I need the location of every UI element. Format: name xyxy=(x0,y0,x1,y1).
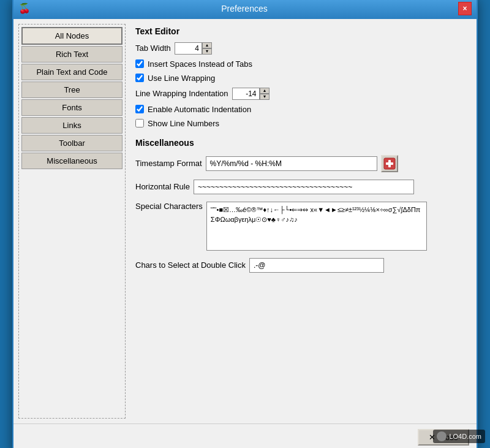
special-chars-box[interactable]: “”‘•■☒…‰é©®™♦↑↓←├└•⇐⇒⇔ x«▼◄►≤≥≠±¹²³½¼⅛×÷… xyxy=(206,202,427,251)
sidebar-item-plain-text[interactable]: Plain Text and Code xyxy=(21,64,123,80)
sidebar-item-rich-text[interactable]: Rich Text xyxy=(21,46,123,63)
timestamp-row: Timestamp Format xyxy=(135,155,467,172)
horizontal-rule-row: Horizontal Rule xyxy=(135,180,467,194)
horizontal-rule-label: Horizontal Rule xyxy=(135,182,190,191)
double-click-row: Chars to Select at Double Click xyxy=(135,258,467,273)
app-logo: 🍒 xyxy=(18,2,31,15)
horizontal-rule-input[interactable] xyxy=(194,180,414,194)
sidebar-item-miscellaneous[interactable]: Miscellaneous xyxy=(21,153,123,169)
show-line-numbers-checkbox[interactable] xyxy=(135,119,144,127)
line-wrap-spin-down[interactable]: ▾ xyxy=(260,94,270,100)
window-close-button[interactable]: × xyxy=(458,2,472,15)
footer: ✕ Close xyxy=(13,423,477,449)
sidebar-item-fonts[interactable]: Fonts xyxy=(21,99,123,116)
use-line-wrapping-row: Use Line Wrapping xyxy=(135,74,467,83)
timestamp-label: Timestamp Format xyxy=(135,159,202,168)
window-body: All Nodes Rich Text Plain Text and Code … xyxy=(13,19,477,423)
watermark-logo xyxy=(437,431,447,441)
window-title: Preferences xyxy=(31,4,458,13)
enable-auto-indent-checkbox[interactable] xyxy=(135,105,144,113)
tab-width-row: Tab Width ▴ ▾ xyxy=(135,42,467,55)
title-bar: 🍒 Preferences × xyxy=(13,0,477,19)
misc-title: Miscellaneous xyxy=(135,138,467,148)
line-wrap-spin-up[interactable]: ▴ xyxy=(260,88,270,94)
special-chars-label: Special Characters xyxy=(135,202,203,211)
tab-width-input[interactable] xyxy=(175,42,202,55)
line-wrap-indent-input[interactable] xyxy=(232,88,260,100)
watermark-text: LO4D.com xyxy=(449,433,481,440)
misc-section: Miscellaneous Timestamp Format Horizonta… xyxy=(135,138,467,273)
timestamp-help-button[interactable] xyxy=(381,155,398,172)
insert-spaces-row: Insert Spaces Instead of Tabs xyxy=(135,59,467,69)
show-line-numbers-row: Show Line Numbers xyxy=(135,119,467,128)
content-area: Text Editor Tab Width ▴ ▾ Insert Spaces … xyxy=(130,24,472,419)
preferences-window: 🍒 Preferences × All Nodes Rich Text Plai… xyxy=(12,0,478,448)
line-wrap-indent-spinner: ▴ ▾ xyxy=(232,88,270,100)
tab-width-spin-buttons: ▴ ▾ xyxy=(202,42,212,55)
double-click-input[interactable] xyxy=(249,258,384,273)
sidebar-item-all-nodes[interactable]: All Nodes xyxy=(21,27,123,45)
timestamp-input[interactable] xyxy=(206,156,377,171)
insert-spaces-label: Insert Spaces Instead of Tabs xyxy=(148,59,252,69)
line-wrap-indent-row: Line Wrapping Indentation ▴ ▾ xyxy=(135,88,467,100)
double-click-label: Chars to Select at Double Click xyxy=(135,260,246,270)
sidebar-item-toolbar[interactable]: Toolbar xyxy=(21,135,123,151)
insert-spaces-checkbox[interactable] xyxy=(135,59,144,68)
sidebar-item-links[interactable]: Links xyxy=(21,117,123,134)
text-editor-title: Text Editor xyxy=(135,26,467,36)
tab-width-label: Tab Width xyxy=(135,44,171,53)
watermark: LO4D.com xyxy=(433,430,485,443)
tab-width-spinner: ▴ ▾ xyxy=(175,42,212,55)
enable-auto-indent-row: Enable Automatic Indentation xyxy=(135,105,467,114)
line-wrap-indent-label: Line Wrapping Indentation xyxy=(135,89,228,98)
line-wrap-spin-buttons: ▴ ▾ xyxy=(260,88,270,100)
show-line-numbers-label: Show Line Numbers xyxy=(148,119,219,128)
tab-width-spin-down[interactable]: ▾ xyxy=(202,48,212,55)
special-chars-row: Special Characters “”‘•■☒…‰é©®™♦↑↓←├└•⇐⇒… xyxy=(135,202,467,251)
tab-width-spin-up[interactable]: ▴ xyxy=(202,42,212,48)
use-line-wrapping-checkbox[interactable] xyxy=(135,74,144,82)
svg-rect-2 xyxy=(388,160,391,167)
sidebar-item-tree[interactable]: Tree xyxy=(21,82,123,98)
enable-auto-indent-label: Enable Automatic Indentation xyxy=(148,105,251,114)
help-icon xyxy=(383,158,396,170)
sidebar: All Nodes Rich Text Plain Text and Code … xyxy=(18,24,126,419)
use-line-wrapping-label: Use Line Wrapping xyxy=(148,74,215,83)
